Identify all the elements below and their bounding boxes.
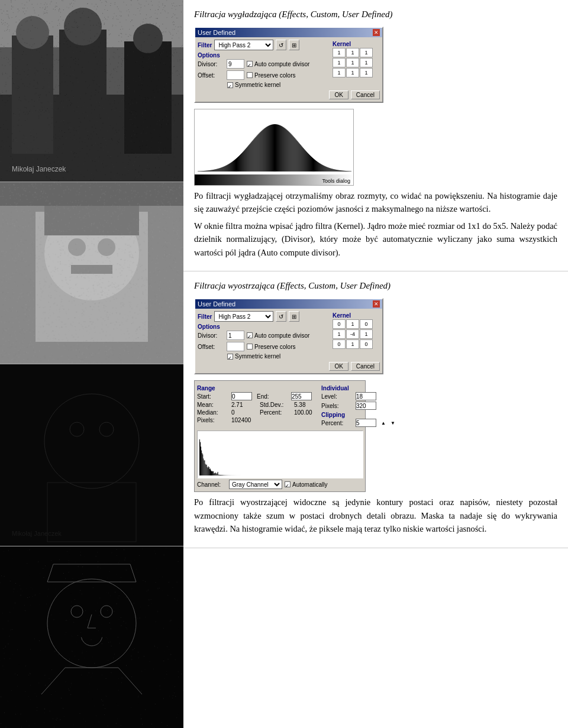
filter-dropdown-2[interactable]: High Pass 2 <box>214 311 273 322</box>
individual-label: Individual <box>321 385 380 391</box>
mean-value: 2.71 <box>231 402 255 408</box>
percent-label: Percent: <box>260 409 289 416</box>
divisor-label-2: Divisor: <box>198 332 224 339</box>
auto-compute-label-1: Auto compute divisor <box>254 61 309 67</box>
auto-compute-checkbox-1[interactable] <box>247 61 253 67</box>
ui-title-text-2: User Defined <box>198 300 235 308</box>
pixels2-row: Pixels: <box>321 402 380 410</box>
k1-1-1[interactable]: 1 <box>346 58 359 67</box>
percent2-input[interactable] <box>356 419 376 427</box>
end-input[interactable] <box>291 392 312 400</box>
spin-up[interactable]: ▲ <box>381 420 386 426</box>
k1-0-2[interactable]: 1 <box>360 48 373 57</box>
symmetric-row-2: Symmetric kernel <box>227 353 329 360</box>
pixels-value: 102400 <box>231 417 255 423</box>
symmetric-label-2: Symmetric kernel <box>235 353 280 360</box>
spin-down[interactable]: ▼ <box>390 420 395 426</box>
k2-0-0[interactable]: 0 <box>333 319 346 329</box>
k2-1-1[interactable]: -4 <box>346 329 359 339</box>
options-label-2: Options <box>198 323 329 330</box>
histogram-label-1: Tools dialog <box>322 178 350 184</box>
auto-compute-label-2: Auto compute divisor <box>254 332 309 339</box>
section2-text: Po filtracji wyostrzającej widoczne są j… <box>194 496 557 535</box>
offset-input-2[interactable] <box>227 342 244 351</box>
filter-dropdown-1[interactable]: High Pass 2 <box>214 40 273 50</box>
offset-label-1: Offset: <box>198 72 224 79</box>
image-edge-detected <box>0 546 183 728</box>
preserve-checkbox-1[interactable] <box>247 72 253 78</box>
pixels-row: Pixels: 102400 <box>197 417 318 423</box>
symmetric-checkbox-2[interactable] <box>227 354 233 360</box>
filter-label-2: Filter <box>198 313 212 320</box>
level-input[interactable] <box>356 392 376 400</box>
section1-para1: Po filtracji wygładzającej otrzymaliśmy … <box>194 189 557 216</box>
symmetric-checkbox-1[interactable] <box>227 82 233 88</box>
preserve-checkbox-2[interactable] <box>247 344 253 350</box>
ui-left-1: Filter High Pass 2 ↺ ⊞ Options Divisor: <box>198 40 329 88</box>
k2-0-1[interactable]: 1 <box>346 319 359 329</box>
ui-title-text-1: User Defined <box>198 29 235 36</box>
k1-0-1[interactable]: 1 <box>346 48 359 57</box>
auto-label: Automatically <box>292 481 327 488</box>
k2-2-0[interactable]: 0 <box>333 339 346 349</box>
preserve-row-2: Preserve colors <box>247 344 295 350</box>
stddev-value: 5.38 <box>294 402 318 408</box>
kernel-grid-2: 0 1 0 1 -4 1 0 1 0 <box>333 319 380 349</box>
cancel-button-2[interactable]: Cancel <box>351 362 380 371</box>
auto-compute-checkbox-2[interactable] <box>247 332 253 338</box>
ok-button-1[interactable]: OK <box>329 90 348 99</box>
kernel-grid-1: 1 1 1 1 1 1 1 1 1 <box>333 48 380 77</box>
divisor-input-1[interactable] <box>227 59 244 69</box>
k1-1-0[interactable]: 1 <box>333 58 346 67</box>
k1-2-0[interactable]: 1 <box>333 68 346 77</box>
section1-text: Po filtracji wygładzającej otrzymaliśmy … <box>194 189 557 259</box>
divisor-label-1: Divisor: <box>198 61 224 67</box>
channel-row: Channel: Gray Channel Automatically <box>197 480 363 489</box>
ok-button-2[interactable]: OK <box>329 362 348 371</box>
ui-main-2: Filter High Pass 2 ↺ ⊞ Options Divisor: <box>198 311 380 360</box>
symmetric-label-1: Symmetric kernel <box>235 82 280 88</box>
k2-2-1[interactable]: 1 <box>346 339 359 349</box>
page-container: Filtracja wygładzająca (Effects, Custom,… <box>0 0 568 728</box>
auto-compute-row-1: Auto compute divisor <box>247 61 309 67</box>
section-smoothing: Filtracja wygładzająca (Effects, Custom,… <box>183 0 568 271</box>
mean-row: Mean: 2.71 Std.Dev.: 5.38 <box>197 402 318 408</box>
ui-dialog-sharpening: User Defined ✕ Filter High Pass 2 ↺ <box>194 298 383 374</box>
k2-2-2[interactable]: 0 <box>360 339 373 349</box>
start-label: Start: <box>197 393 227 400</box>
options-label-1: Options <box>198 52 329 59</box>
percent-value: 100.00 <box>294 409 318 416</box>
auto-checkbox[interactable] <box>285 481 291 487</box>
start-input[interactable] <box>231 392 252 400</box>
cancel-button-1[interactable]: Cancel <box>351 90 380 99</box>
k1-1-2[interactable]: 1 <box>360 58 373 67</box>
end-label: End: <box>257 393 286 400</box>
pixels2-label: Pixels: <box>321 403 351 409</box>
image-sharpened-dark <box>0 364 183 546</box>
k2-1-0[interactable]: 1 <box>333 329 346 339</box>
ui-title-bar-1: User Defined ✕ <box>195 28 382 37</box>
filter-btn-2b[interactable]: ⊞ <box>289 311 299 322</box>
section1-title-parens: (Effects, Custom, User Defined) <box>279 9 392 19</box>
kernel-label-2: Kernel <box>333 312 380 319</box>
close-button-2[interactable]: ✕ <box>373 300 380 308</box>
k2-0-2[interactable]: 0 <box>360 319 373 329</box>
offset-row-1: Offset: Preserve colors <box>198 70 329 80</box>
level-row: Level: <box>321 392 380 400</box>
filter-btn-1a[interactable]: ↺ <box>276 40 286 50</box>
k1-2-1[interactable]: 1 <box>346 68 359 77</box>
k1-2-2[interactable]: 1 <box>360 68 373 77</box>
divisor-input-2[interactable] <box>227 331 244 340</box>
close-button-1[interactable]: ✕ <box>373 29 380 36</box>
stats-right: Individual Level: Pixels: Clipping Perce… <box>321 383 380 428</box>
filter-btn-2a[interactable]: ↺ <box>276 311 286 322</box>
k2-1-2[interactable]: 1 <box>360 329 373 339</box>
ui-title-bar-2: User Defined ✕ <box>195 299 382 309</box>
k1-0-0[interactable]: 1 <box>333 48 346 57</box>
pixels2-input[interactable] <box>356 402 376 410</box>
filter-btn-1b[interactable]: ⊞ <box>289 40 299 50</box>
filter-label-1: Filter <box>198 42 212 48</box>
offset-input-1[interactable] <box>227 70 244 80</box>
channel-dropdown[interactable]: Gray Channel <box>229 480 282 489</box>
section1-title: Filtracja wygładzająca (Effects, Custom,… <box>194 8 557 21</box>
